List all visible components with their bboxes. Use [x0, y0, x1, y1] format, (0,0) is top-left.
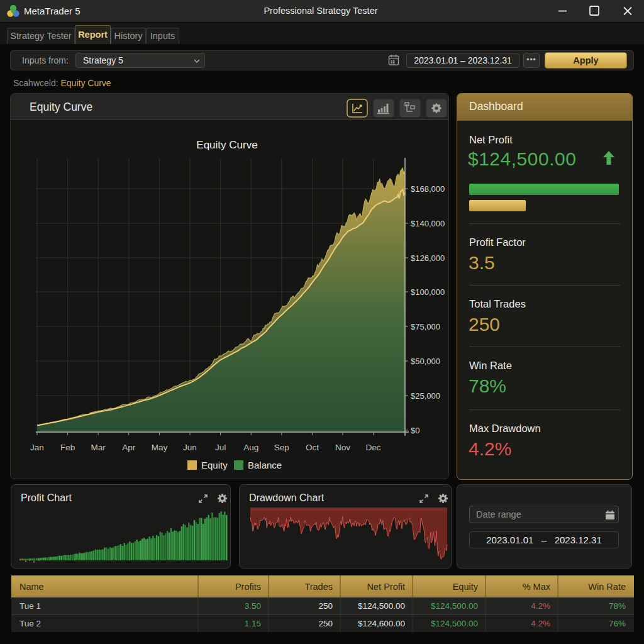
svg-text:Mar: Mar [91, 443, 106, 452]
svg-text:$168,000: $168,000 [411, 184, 445, 194]
svg-text:4.2%: 4.2% [531, 601, 550, 611]
svg-text:Apr: Apr [122, 443, 136, 452]
svg-text:1.15: 1.15 [245, 619, 261, 628]
svg-text:$50,000: $50,000 [411, 357, 440, 366]
svg-text:Equity: Equity [453, 582, 479, 592]
svg-text:250: 250 [318, 601, 333, 611]
svg-text:Tue 1: Tue 1 [19, 601, 41, 611]
svg-text:Equity Curve: Equity Curve [196, 139, 257, 151]
svg-text:Oct: Oct [306, 443, 319, 452]
svg-text:250: 250 [318, 619, 333, 628]
svg-text:Name: Name [19, 582, 44, 592]
svg-text:% Max: % Max [523, 582, 551, 592]
svg-text:Equity: Equity [201, 460, 228, 470]
svg-text:Jul: Jul [215, 443, 226, 452]
svg-text:4.2%: 4.2% [531, 619, 550, 628]
svg-text:Jun: Jun [183, 443, 197, 452]
svg-text:May: May [152, 443, 168, 452]
svg-text:$75,000: $75,000 [411, 322, 440, 331]
svg-text:Profits: Profits [235, 582, 261, 592]
svg-text:$124,600.00: $124,600.00 [358, 619, 405, 628]
svg-text:$124,500.00: $124,500.00 [358, 601, 405, 611]
svg-text:$126,000: $126,000 [411, 253, 445, 263]
svg-text:Nov: Nov [335, 443, 350, 452]
svg-text:Net Profit: Net Profit [367, 582, 405, 592]
svg-text:Feb: Feb [60, 443, 75, 452]
svg-text:Balance: Balance [248, 460, 282, 470]
svg-text:$0: $0 [411, 426, 419, 435]
svg-text:78%: 78% [609, 601, 626, 611]
svg-text:Aug: Aug [243, 443, 258, 452]
svg-text:$124,500.00: $124,500.00 [431, 601, 478, 611]
svg-text:$140,000: $140,000 [411, 219, 445, 228]
svg-text:Trades: Trades [304, 582, 333, 592]
svg-text:76%: 76% [609, 619, 626, 628]
svg-text:$124,500.00: $124,500.00 [431, 619, 478, 628]
svg-text:Jan: Jan [30, 443, 44, 452]
svg-text:3.50: 3.50 [245, 601, 261, 611]
svg-text:Tue 2: Tue 2 [19, 619, 41, 628]
svg-text:$25,000: $25,000 [411, 391, 440, 401]
svg-text:Sep: Sep [274, 443, 289, 452]
svg-text:Win Rate: Win Rate [588, 582, 626, 592]
svg-text:$100,000: $100,000 [411, 287, 445, 297]
svg-text:Dec: Dec [366, 443, 381, 452]
